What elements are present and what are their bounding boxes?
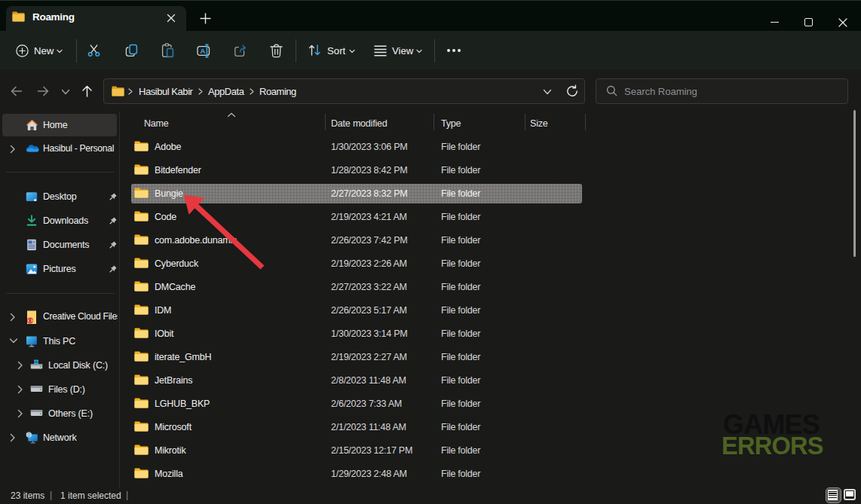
svg-text:A: A — [200, 47, 205, 55]
